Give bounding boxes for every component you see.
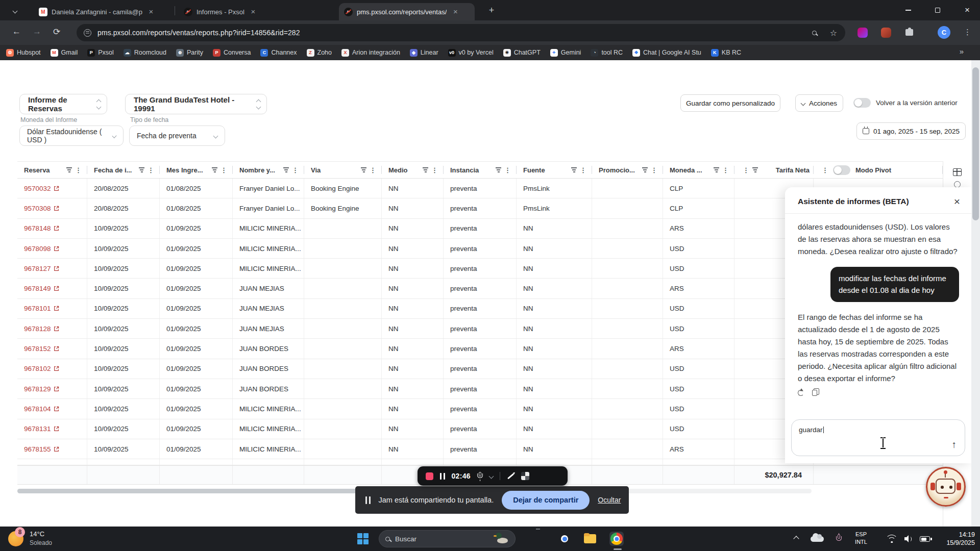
pause-share-icon[interactable] bbox=[365, 496, 371, 504]
volume-icon[interactable] bbox=[904, 535, 913, 542]
column-header-instancia[interactable]: Instancia⋮ bbox=[444, 162, 517, 178]
bookmark-item[interactable]: ⊕Parity bbox=[176, 49, 203, 57]
column-menu-icon[interactable]: ⋮ bbox=[578, 167, 588, 173]
onedrive-icon[interactable] bbox=[811, 536, 824, 542]
actions-button[interactable]: Acciones bbox=[795, 94, 843, 112]
bookmark-item[interactable]: ✳ChatGPT bbox=[503, 49, 541, 57]
browser-tab-1[interactable]: M Daniela Zanfagnini - camila@p × bbox=[34, 3, 172, 20]
filter-icon[interactable] bbox=[712, 166, 721, 174]
annotate-pen-icon[interactable] bbox=[507, 473, 514, 479]
reservation-link[interactable]: 9678098 bbox=[17, 239, 87, 258]
save-custom-button[interactable]: Guardar como personalizado bbox=[680, 94, 780, 112]
bookmark-item[interactable]: KKB RC bbox=[711, 49, 741, 57]
legacy-version-toggle[interactable] bbox=[853, 98, 871, 108]
bookmark-item[interactable]: ❖Chat | Google AI Stu bbox=[632, 49, 701, 57]
report-type-select[interactable]: Informe de Reservas bbox=[19, 94, 107, 114]
filter-icon[interactable] bbox=[570, 166, 578, 174]
send-icon[interactable]: ↑ bbox=[952, 439, 957, 450]
bookmark-star-icon[interactable]: ☆ bbox=[830, 28, 837, 38]
column-menu-icon[interactable]: ⋮ bbox=[721, 167, 730, 173]
column-header-tarifa[interactable]: ⋮Tarifa Neta bbox=[734, 162, 814, 178]
reservation-link[interactable]: 9678148 bbox=[17, 219, 87, 238]
tab-close-icon[interactable]: × bbox=[451, 7, 460, 16]
zoom-icon[interactable] bbox=[812, 31, 817, 35]
mic-icon[interactable] bbox=[477, 472, 483, 481]
reservation-link[interactable]: 9678128 bbox=[17, 319, 87, 338]
column-menu-icon[interactable]: ⋮ bbox=[430, 167, 439, 173]
reservation-link[interactable]: 9678152 bbox=[17, 339, 87, 358]
filter-icon[interactable] bbox=[494, 166, 503, 174]
bookmark-item[interactable]: PPxsol bbox=[87, 49, 114, 57]
battery-icon[interactable] bbox=[920, 536, 930, 542]
reservation-link[interactable]: 9678104 bbox=[17, 399, 87, 418]
column-header-promocion[interactable]: Promocio...⋮ bbox=[592, 162, 663, 178]
tab-close-icon[interactable]: × bbox=[146, 7, 156, 16]
hotel-select[interactable]: The Grand BudaTest Hotel - 19991 bbox=[125, 94, 267, 114]
column-header-medio[interactable]: Medio⋮ bbox=[382, 162, 444, 178]
reservation-link[interactable]: 9678131 bbox=[17, 419, 87, 439]
filter-icon[interactable] bbox=[210, 166, 219, 174]
reservation-link[interactable]: 9678155 bbox=[17, 439, 87, 459]
filter-icon[interactable] bbox=[282, 166, 290, 174]
currency-select[interactable]: Dólar Estadounidense ( USD ) bbox=[19, 126, 124, 146]
column-menu-icon[interactable]: ⋮ bbox=[74, 167, 83, 173]
column-header-nombre[interactable]: Nombre y...⋮ bbox=[233, 162, 304, 178]
bookmark-item[interactable]: MGmail bbox=[51, 49, 78, 57]
language-indicator[interactable]: ESPINTL bbox=[849, 531, 873, 546]
wifi-icon[interactable] bbox=[886, 535, 897, 543]
bookmark-item[interactable]: XArion integración bbox=[341, 49, 400, 57]
filter-icon[interactable] bbox=[751, 166, 760, 174]
bookmark-item[interactable]: ✦Gemini bbox=[550, 49, 581, 57]
pause-recording-icon[interactable] bbox=[440, 473, 445, 480]
bookmark-item[interactable]: PConversa bbox=[213, 49, 251, 57]
column-header-moneda[interactable]: Moneda ...⋮ bbox=[663, 162, 734, 178]
stop-recording-icon[interactable] bbox=[426, 472, 433, 480]
column-menu-icon[interactable]: ⋮ bbox=[219, 167, 229, 173]
regenerate-icon[interactable] bbox=[798, 390, 804, 396]
reservation-link[interactable]: 9678102 bbox=[17, 359, 87, 379]
pivot-mode-toggle[interactable] bbox=[833, 165, 850, 175]
filter-icon[interactable] bbox=[641, 166, 649, 174]
bookmark-item[interactable]: CChannex bbox=[260, 49, 297, 57]
filter-icon[interactable] bbox=[359, 166, 368, 174]
extension-icon-1[interactable] bbox=[857, 28, 868, 38]
window-maximize-button[interactable] bbox=[926, 0, 949, 20]
column-menu-icon[interactable]: ⋮ bbox=[146, 167, 156, 173]
date-range-button[interactable]: 01 ago, 2025 - 15 sep, 2025 bbox=[856, 122, 966, 140]
new-tab-button[interactable]: + bbox=[486, 5, 497, 16]
back-button[interactable]: ← bbox=[12, 27, 21, 37]
reload-button[interactable]: ⟳ bbox=[53, 27, 60, 37]
bookmark-item[interactable]: ZZoho bbox=[307, 49, 332, 57]
browser-tab-active[interactable]: P pms.pxsol.com/reports/ventas/ × bbox=[339, 3, 475, 20]
column-header-fecha[interactable]: Fecha de i...⋮ bbox=[87, 162, 160, 178]
browser-tab-2[interactable]: P Informes - Pxsol × bbox=[179, 3, 312, 20]
close-icon[interactable]: × bbox=[954, 196, 960, 207]
window-minimize-button[interactable] bbox=[896, 0, 920, 20]
bookmark-item[interactable]: v0v0 by Vercel bbox=[448, 49, 494, 57]
bookmarks-overflow-icon[interactable]: » bbox=[960, 47, 964, 56]
bookmark-item[interactable]: ◆Linear bbox=[410, 49, 438, 57]
vertical-scrollbar-thumb[interactable] bbox=[972, 67, 979, 220]
tab-search-button[interactable] bbox=[7, 4, 22, 17]
forward-button[interactable]: → bbox=[33, 27, 41, 37]
extensions-puzzle-icon[interactable] bbox=[905, 29, 913, 36]
column-menu-icon[interactable]: ⋮ bbox=[820, 167, 830, 173]
filter-icon[interactable] bbox=[137, 166, 146, 174]
reservation-link[interactable]: 9678101 bbox=[17, 299, 87, 318]
column-header-via[interactable]: Via⋮ bbox=[304, 162, 382, 178]
window-close-button[interactable]: × bbox=[955, 0, 979, 20]
extension-icon-2[interactable] bbox=[881, 28, 891, 38]
browser-menu-icon[interactable]: ⋮ bbox=[964, 28, 971, 37]
column-menu-icon[interactable]: ⋮ bbox=[741, 167, 751, 173]
column-menu-icon[interactable]: ⋮ bbox=[290, 167, 300, 173]
column-menu-icon[interactable]: ⋮ bbox=[503, 167, 512, 173]
bookmark-item[interactable]: ⚙Hubspot bbox=[6, 49, 41, 57]
assistant-input[interactable]: guardar ↑ bbox=[791, 419, 965, 456]
column-menu-icon[interactable]: ⋮ bbox=[368, 167, 378, 173]
profile-avatar[interactable]: C bbox=[938, 26, 950, 39]
tray-expand-icon[interactable] bbox=[793, 536, 799, 541]
bookmark-item[interactable]: ◔tool RC bbox=[591, 49, 623, 57]
copy-icon[interactable] bbox=[812, 390, 817, 396]
columns-panel-icon[interactable] bbox=[953, 168, 962, 176]
reservation-link[interactable]: 9678129 bbox=[17, 379, 87, 398]
